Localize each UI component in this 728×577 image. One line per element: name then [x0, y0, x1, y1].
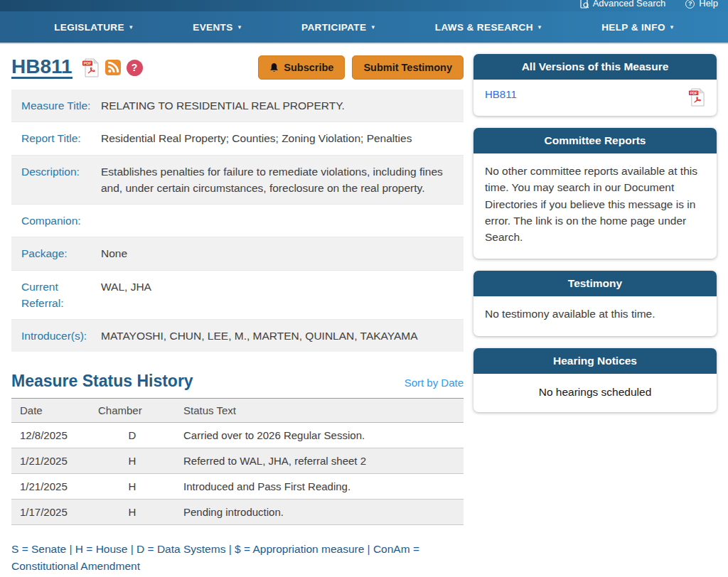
measure-help-icon[interactable]: ? — [127, 60, 143, 76]
panel-hearing-notices: Hearing Notices No hearings scheduled — [473, 348, 717, 412]
nav-label: HELP & INFO — [601, 22, 665, 33]
hearing-notices-text: No hearings scheduled — [473, 374, 717, 412]
panel-testimony: Testimony No testimony available at this… — [473, 271, 717, 335]
chevron-down-icon: ▾ — [238, 24, 242, 31]
nav-item-events[interactable]: EVENTS ▾ — [193, 22, 241, 33]
table-header-row: Date Chamber Status Text — [11, 399, 464, 423]
pdf-icon[interactable]: PDF — [688, 88, 705, 107]
cell-date: 12/8/2025 — [11, 423, 90, 448]
detail-row-package: Package: None — [11, 237, 464, 269]
utility-bar: Advanced Search ? Help — [0, 0, 728, 11]
help-label: Help — [699, 0, 718, 10]
detail-label: Report Title: — [21, 130, 101, 146]
rss-icon[interactable] — [105, 60, 121, 75]
chamber-legend: S = Senate | H = House | D = Data System… — [11, 541, 458, 575]
detail-value: Establishes penalties for failure to rem… — [101, 163, 454, 197]
cell-chamber: H — [90, 474, 175, 500]
cell-date: 1/17/2025 — [11, 500, 90, 525]
subscribe-label: Subscribe — [284, 62, 333, 73]
panel-all-versions: All Versions of this Measure HB811 PDF — [473, 54, 717, 116]
detail-label: Measure Title: — [21, 97, 101, 114]
submit-testimony-button[interactable]: Submit Testimony — [352, 55, 464, 80]
help-icon: ? — [685, 0, 695, 9]
column-header-chamber: Chamber — [90, 399, 175, 423]
status-history-table: Date Chamber Status Text 12/8/2025 D Car… — [11, 398, 464, 525]
advanced-search-label: Advanced Search — [593, 0, 666, 10]
panel-title: Testimony — [473, 271, 717, 296]
advanced-search-icon — [580, 0, 589, 9]
detail-row-measure-title: Measure Title: RELATING TO RESIDENTIAL R… — [11, 90, 464, 122]
nav-label: LAWS & RESEARCH — [435, 22, 533, 33]
versions-body: HB811 PDF — [473, 80, 717, 116]
svg-text:PDF: PDF — [83, 61, 92, 65]
bill-header: HB811 PDF ? — [11, 55, 464, 80]
cell-status: Introduced and Pass First Reading. — [175, 474, 464, 500]
detail-row-report-title: Report Title: Residential Real Property;… — [11, 122, 464, 154]
chevron-down-icon: ▾ — [129, 24, 133, 31]
chevron-down-icon: ▾ — [538, 24, 542, 31]
committee-reports-text: No other committee reports available at … — [473, 153, 717, 259]
cell-chamber: H — [90, 500, 175, 525]
measure-sidebar: All Versions of this Measure HB811 PDF C… — [473, 54, 717, 577]
table-row: 12/8/2025 D Carried over to 2026 Regular… — [11, 423, 464, 448]
version-link-hb811[interactable]: HB811 — [485, 88, 517, 100]
cell-status: Carried over to 2026 Regular Session. — [175, 423, 464, 448]
cell-date: 1/21/2025 — [11, 474, 90, 500]
detail-row-current-referral: Current Referral: WAL, JHA — [11, 270, 464, 320]
submit-testimony-label: Submit Testimony — [363, 62, 452, 73]
chevron-down-icon: ▾ — [670, 24, 674, 31]
detail-value — [101, 212, 454, 229]
detail-value: WAL, JHA — [101, 279, 454, 312]
site-header: Advanced Search ? Help LEGISLATURE ▾ EVE… — [0, 0, 728, 44]
nav-item-help-info[interactable]: HELP & INFO ▾ — [601, 22, 674, 33]
cell-chamber: D — [90, 423, 175, 448]
detail-label: Description: — [21, 163, 101, 197]
detail-value: None — [101, 245, 454, 261]
status-history-title: Measure Status History — [11, 372, 193, 391]
detail-label: Companion: — [21, 212, 101, 229]
page-content: HB811 PDF ? — [0, 44, 728, 577]
advanced-search-link[interactable]: Advanced Search — [580, 0, 666, 10]
nav-item-participate[interactable]: PARTICIPATE ▾ — [301, 22, 375, 33]
table-row: 1/21/2025 H Introduced and Pass First Re… — [11, 474, 464, 500]
nav-item-laws-research[interactable]: LAWS & RESEARCH ▾ — [435, 22, 542, 33]
detail-value: RELATING TO RESIDENTIAL REAL PROPERTY. — [101, 97, 454, 114]
detail-label: Introducer(s): — [21, 328, 101, 344]
detail-row-description: Description: Establishes penalties for f… — [11, 155, 464, 205]
sort-by-date-link[interactable]: Sort by Date — [405, 377, 464, 389]
cell-chamber: H — [90, 448, 175, 474]
detail-row-companion: Companion: — [11, 204, 464, 237]
pdf-icon[interactable]: PDF — [82, 58, 100, 77]
measure-main-column: HB811 PDF ? — [11, 54, 464, 577]
detail-label: Package: — [21, 245, 101, 261]
cell-status: Pending introduction. — [175, 500, 464, 525]
chevron-down-icon: ▾ — [371, 24, 375, 31]
cell-status: Referred to WAL, JHA, referral sheet 2 — [175, 448, 464, 474]
bill-number-link[interactable]: HB811 — [11, 56, 73, 79]
detail-value: Residential Real Property; Counties; Zon… — [101, 130, 454, 146]
main-nav: LEGISLATURE ▾ EVENTS ▾ PARTICIPATE ▾ LAW… — [0, 11, 728, 44]
help-link[interactable]: ? Help — [685, 0, 718, 10]
measure-details-table: Measure Title: RELATING TO RESIDENTIAL R… — [11, 90, 464, 352]
status-history-header: Measure Status History Sort by Date — [11, 372, 464, 391]
panel-title: Hearing Notices — [473, 348, 717, 374]
panel-title: Committee Reports — [473, 128, 717, 153]
detail-value: MATAYOSHI, CHUN, LEE, M., MARTEN, QUINLA… — [101, 328, 454, 344]
testimony-text: No testimony available at this time. — [473, 296, 717, 335]
column-header-date: Date — [11, 399, 90, 423]
nav-label: EVENTS — [193, 22, 232, 33]
nav-item-legislature[interactable]: LEGISLATURE ▾ — [54, 22, 133, 33]
panel-committee-reports: Committee Reports No other committee rep… — [473, 128, 717, 259]
svg-text:PDF: PDF — [690, 91, 697, 95]
nav-label: PARTICIPATE — [301, 22, 366, 33]
detail-label: Current Referral: — [21, 279, 101, 312]
table-row: 1/17/2025 H Pending introduction. — [11, 500, 464, 525]
subscribe-button[interactable]: Subscribe — [258, 55, 345, 80]
table-row: 1/21/2025 H Referred to WAL, JHA, referr… — [11, 448, 464, 474]
panel-title: All Versions of this Measure — [473, 54, 717, 80]
detail-row-introducers: Introducer(s): MATAYOSHI, CHUN, LEE, M.,… — [11, 319, 464, 352]
cell-date: 1/21/2025 — [11, 448, 90, 474]
nav-label: LEGISLATURE — [54, 22, 124, 33]
bell-icon — [269, 63, 279, 73]
column-header-status-text: Status Text — [175, 399, 464, 423]
